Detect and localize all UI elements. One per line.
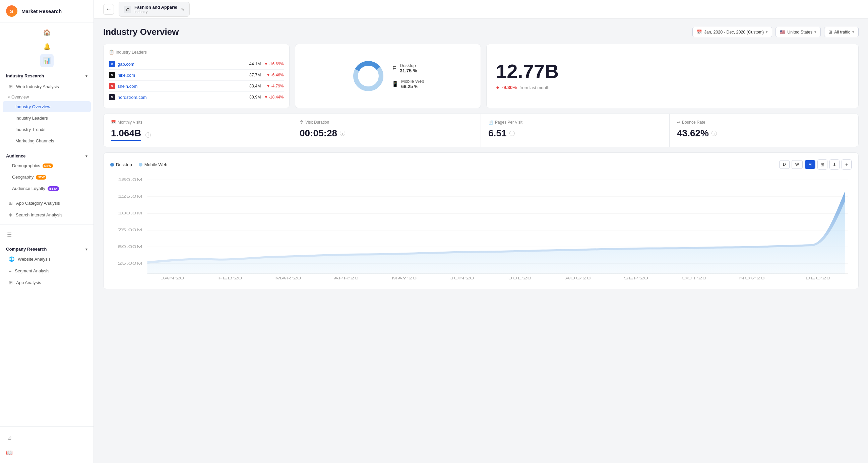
nav-icon-book[interactable]: 📖 bbox=[3, 445, 16, 459]
nav-icon-hamburger[interactable]: ☰ bbox=[3, 228, 16, 241]
chart-area: 150.0M 125.0M 100.0M 75.00M 50.00M 25.00… bbox=[110, 175, 851, 282]
table-row[interactable]: S shein.com 33.4M ▼-4.79% bbox=[109, 81, 284, 92]
grid-icon: ⊞ bbox=[9, 84, 13, 89]
sidebar-item-industry-leaders[interactable]: Industry Leaders bbox=[3, 112, 91, 124]
shein-domain: shein.com bbox=[118, 84, 243, 89]
mobile-label: Mobile Web bbox=[401, 79, 424, 84]
nike-visits: 37.7M bbox=[243, 73, 261, 77]
nordstrom-domain: nordstrom.com bbox=[118, 95, 243, 100]
nav-icon-alert[interactable]: 🔔 bbox=[40, 40, 54, 53]
country-filter-button[interactable]: 🇺🇸 United States ▾ bbox=[775, 27, 821, 37]
section-audience-label: Audience bbox=[6, 154, 26, 159]
shein-visits: 33.4M bbox=[243, 84, 261, 89]
total-change-label: from last month bbox=[520, 85, 550, 90]
nordstrom-favicon: N bbox=[109, 94, 115, 100]
nav-icon-analytics[interactable]: 📊 bbox=[40, 54, 54, 67]
sidebar-item-marketing-channels[interactable]: Marketing Channels bbox=[3, 135, 91, 146]
pages-info[interactable]: i bbox=[509, 131, 515, 136]
sidebar-item-segment-analysis[interactable]: ≡ Segment Analysis bbox=[3, 265, 91, 276]
pages-value: 6.51 bbox=[488, 128, 507, 139]
chart-card: Desktop Mobile Web D W M ⊞ ⬇ + bbox=[103, 153, 859, 289]
donut-chart bbox=[351, 59, 385, 93]
nike-domain: nike.com bbox=[118, 73, 243, 78]
chart-add-btn[interactable]: + bbox=[841, 160, 851, 169]
mobile-legend-dot bbox=[139, 163, 143, 166]
table-row[interactable]: G gap.com 44.1M ▼-16.69% bbox=[109, 59, 284, 70]
total-visits-card: 12.77B ● -9.30% from last month bbox=[486, 44, 859, 108]
leaders-table: G gap.com 44.1M ▼-16.69% N nike.com 37.7… bbox=[109, 59, 284, 102]
traffic-icon: ⊞ bbox=[829, 30, 832, 34]
bounce-info[interactable]: i bbox=[712, 131, 717, 136]
visit-duration-icon: ⏱ bbox=[300, 120, 304, 125]
chart-excel-btn[interactable]: ⊞ bbox=[817, 160, 828, 169]
back-button[interactable]: ← bbox=[103, 4, 114, 15]
calendar-icon: 📅 bbox=[697, 30, 702, 34]
bounce-icon: ↩ bbox=[677, 120, 680, 125]
edit-icon[interactable]: ✎ bbox=[181, 7, 185, 12]
section-audience[interactable]: Audience ▾ bbox=[0, 151, 93, 160]
sidebar-item-web-industry-analysis[interactable]: ⊞ Web Industry Analysis bbox=[3, 81, 91, 92]
date-filter-button[interactable]: 📅 Jan, 2020 - Dec, 2020 (Custom) ▾ bbox=[692, 27, 772, 37]
metric-bounce-rate: ↩ Bounce Rate 43.62% i bbox=[670, 114, 858, 147]
app-category-icon: ⊞ bbox=[9, 200, 13, 206]
chart-legend: Desktop Mobile Web bbox=[110, 162, 167, 167]
chart-btn-w[interactable]: W bbox=[792, 160, 803, 169]
sidebar-item-app-analysis[interactable]: ⊞ App Analysis bbox=[3, 277, 91, 288]
sidebar-item-demographics[interactable]: Demographics NEW bbox=[3, 160, 91, 171]
sidebar-item-audience-loyalty[interactable]: Audience Loyalty BETA bbox=[3, 183, 91, 194]
svg-text:APR'20: APR'20 bbox=[334, 276, 359, 280]
section-company-research[interactable]: Company Research ▾ bbox=[0, 244, 93, 253]
desktop-icon: 🖥 bbox=[392, 65, 397, 71]
nav-icon-filter[interactable]: ⊿ bbox=[3, 431, 16, 444]
svg-text:125.0M: 125.0M bbox=[118, 194, 143, 199]
shein-favicon: S bbox=[109, 83, 115, 89]
table-row[interactable]: N nike.com 37.7M ▼-6.46% bbox=[109, 70, 284, 81]
chart-btn-d[interactable]: D bbox=[779, 160, 789, 169]
audience-loyalty-badge: BETA bbox=[48, 186, 59, 191]
traffic-dropdown-icon: ▾ bbox=[852, 30, 854, 34]
sidebar-item-website-analysis[interactable]: 🌐 Website Analysis bbox=[3, 253, 91, 265]
svg-text:JUN'20: JUN'20 bbox=[450, 276, 474, 280]
sidebar-item-industry-trends[interactable]: Industry Trends bbox=[3, 124, 91, 135]
gap-favicon: G bbox=[109, 61, 115, 67]
svg-text:MAY'20: MAY'20 bbox=[392, 276, 416, 280]
visit-duration-label: Visit Duration bbox=[305, 120, 329, 125]
desktop-legend-dot bbox=[110, 163, 114, 166]
traffic-filter-button[interactable]: ⊞ All traffic ▾ bbox=[824, 27, 859, 37]
sidebar-item-search-interest[interactable]: ◈ Search Interest Analysis bbox=[3, 209, 91, 221]
audience-chevron: ▾ bbox=[86, 154, 88, 159]
sidebar-item-geography[interactable]: Geography NEW bbox=[3, 171, 91, 183]
nordstrom-change: ▼-18.44% bbox=[261, 95, 284, 99]
industry-tab[interactable]: 🏷 Fashion and Apparel Industry ✎ bbox=[119, 2, 190, 17]
segment-icon: ≡ bbox=[9, 268, 11, 273]
topbar: ← 🏷 Fashion and Apparel Industry ✎ bbox=[94, 0, 868, 19]
visit-duration-info[interactable]: i bbox=[340, 131, 345, 136]
sidebar-item-app-category[interactable]: ⊞ App Category Analysis bbox=[3, 197, 91, 209]
nordstrom-visits: 30.9M bbox=[243, 95, 261, 99]
chart-btn-m[interactable]: M bbox=[805, 160, 815, 169]
metric-monthly-visits: 📅 Monthly Visits 1.064B i bbox=[103, 114, 292, 147]
app-analysis-icon: ⊞ bbox=[9, 280, 13, 285]
geography-badge: NEW bbox=[36, 175, 46, 179]
table-row[interactable]: N nordstrom.com 30.9M ▼-18.44% bbox=[109, 92, 284, 102]
mobile-pct: 68.25 % bbox=[401, 84, 424, 89]
svg-text:NOV'20: NOV'20 bbox=[739, 276, 765, 280]
sidebar-item-industry-overview[interactable]: Industry Overview bbox=[3, 101, 91, 112]
chart-download-btn[interactable]: ⬇ bbox=[830, 160, 839, 169]
monthly-visits-info[interactable]: i bbox=[146, 132, 151, 138]
metric-pages-per-visit: 📄 Pages Per Visit 6.51 i bbox=[481, 114, 670, 147]
svg-text:FEB'20: FEB'20 bbox=[218, 276, 242, 280]
section-company-research-label: Company Research bbox=[6, 246, 46, 252]
chart-controls: D W M ⊞ ⬇ + bbox=[779, 160, 851, 169]
desktop-legend-label: Desktop bbox=[116, 162, 132, 167]
monthly-visits-label: Monthly Visits bbox=[118, 120, 143, 125]
shein-change: ▼-4.79% bbox=[261, 84, 284, 89]
nav-icon-home[interactable]: 🏠 bbox=[40, 26, 54, 39]
demographics-badge: NEW bbox=[42, 164, 53, 168]
overview-group-header[interactable]: ▾ Overview bbox=[0, 93, 93, 101]
mobile-legend-label: Mobile Web bbox=[145, 162, 167, 167]
section-industry-research[interactable]: Industry Research ▾ bbox=[0, 70, 93, 80]
sidebar-logo: S Market Research bbox=[0, 0, 93, 23]
country-label: United States bbox=[787, 30, 812, 34]
leaders-title: Industry Leaders bbox=[116, 50, 147, 55]
